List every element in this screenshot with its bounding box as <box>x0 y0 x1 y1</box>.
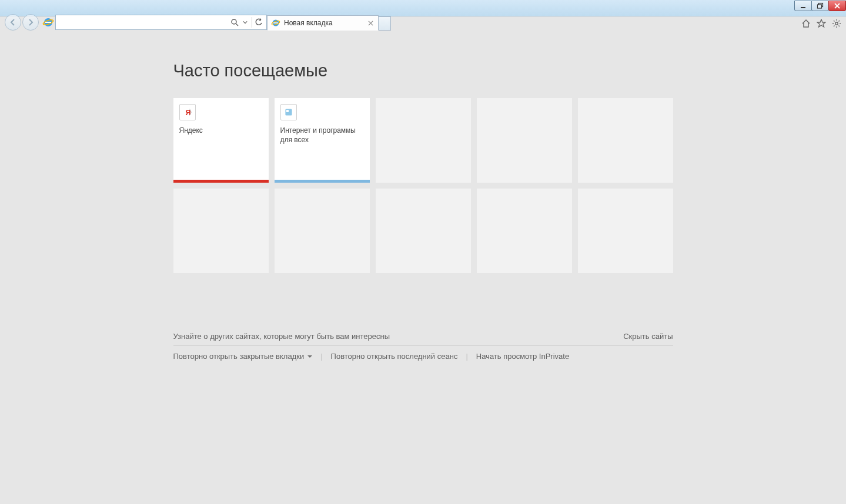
address-input[interactable] <box>58 15 229 29</box>
tile-empty[interactable] <box>578 98 673 183</box>
tile-accent-bar <box>275 180 370 183</box>
tab-new[interactable]: Новая вкладка <box>267 15 379 31</box>
search-icon[interactable] <box>229 16 240 28</box>
frequent-heading: Часто посещаемые <box>173 61 673 80</box>
suggest-sites-link[interactable]: Узнайте о других сайтах, которые могут б… <box>173 332 390 341</box>
ie-logo-icon <box>42 16 54 28</box>
tile-empty[interactable] <box>376 189 471 273</box>
svg-point-6 <box>232 19 236 24</box>
toolbar-right <box>800 18 842 29</box>
navigation-bar: Новая вкладка <box>0 13 846 32</box>
tile-accent-bar <box>173 180 269 183</box>
tile-yandex[interactable]: Я Яндекс <box>173 98 269 183</box>
home-icon[interactable] <box>800 18 812 29</box>
footer-row-bottom: Повторно открыть закрытые вкладки | Повт… <box>173 346 673 361</box>
separator: | <box>320 352 322 361</box>
tile-label: Яндекс <box>173 126 269 136</box>
separator: | <box>466 352 467 361</box>
tile-empty[interactable] <box>477 98 572 183</box>
svg-rect-10 <box>273 22 278 23</box>
chevron-down-icon <box>307 355 312 358</box>
gear-icon[interactable] <box>831 18 842 29</box>
tile-empty[interactable] <box>376 98 471 183</box>
address-bar[interactable] <box>55 15 267 30</box>
maximize-button[interactable] <box>811 1 829 11</box>
svg-line-7 <box>236 23 238 26</box>
app-icon <box>280 104 297 120</box>
svg-rect-0 <box>801 7 805 8</box>
refresh-icon[interactable] <box>253 16 264 28</box>
favorites-icon[interactable] <box>815 18 827 29</box>
tab-close-icon[interactable] <box>366 19 374 27</box>
addrbar-divider <box>252 17 252 28</box>
tab-title: Новая вкладка <box>284 19 333 27</box>
back-button[interactable] <box>5 14 21 31</box>
forward-button[interactable] <box>22 14 39 31</box>
close-button[interactable] <box>828 1 846 11</box>
tab-strip: Новая вкладка <box>267 14 391 31</box>
window-controls <box>795 1 846 11</box>
tile-empty[interactable] <box>173 189 269 273</box>
tiles-grid: Я Яндекс Интернет и программы для всех <box>173 98 673 273</box>
tile-empty[interactable] <box>275 189 370 273</box>
ie-tab-icon <box>271 18 280 28</box>
content-inner: Часто посещаемые Я Яндекс Интернет и про… <box>173 32 673 361</box>
svg-rect-5 <box>45 22 51 23</box>
svg-point-11 <box>835 22 838 25</box>
page-content: Часто посещаемые Я Яндекс Интернет и про… <box>0 32 846 504</box>
tile-empty[interactable] <box>578 189 673 273</box>
tile-programs[interactable]: Интернет и программы для всех <box>275 98 370 183</box>
tile-empty[interactable] <box>477 189 572 273</box>
address-dropdown-icon[interactable] <box>240 16 250 28</box>
hide-sites-link[interactable]: Скрыть сайты <box>623 332 673 341</box>
footer-row-top: Узнайте о других сайтах, которые могут б… <box>173 332 673 346</box>
inprivate-link[interactable]: Начать просмотр InPrivate <box>476 352 569 361</box>
new-tab-button[interactable] <box>378 16 391 31</box>
footer-links: Узнайте о других сайтах, которые могут б… <box>173 332 673 361</box>
yandex-icon: Я <box>179 104 196 120</box>
tile-label: Интернет и программы для всех <box>275 126 370 145</box>
reopen-closed-tabs-link[interactable]: Повторно открыть закрытые вкладки <box>173 352 305 361</box>
address-bar-group <box>42 15 267 30</box>
svg-rect-14 <box>286 110 289 112</box>
minimize-button[interactable] <box>794 1 812 11</box>
reopen-last-session-link[interactable]: Повторно открыть последний сеанс <box>331 352 458 361</box>
svg-rect-2 <box>818 5 822 8</box>
